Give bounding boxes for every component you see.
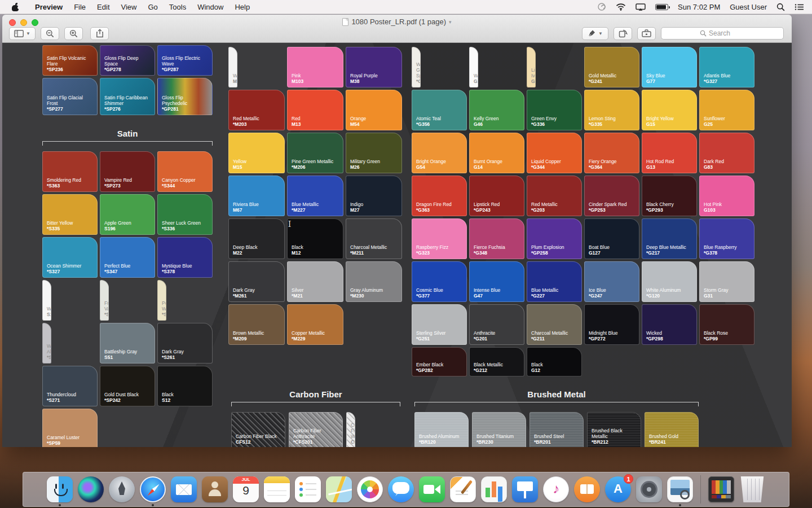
swatch-code: *G356 (416, 121, 462, 127)
swatch-name: Gold Metallic (589, 73, 635, 78)
dock-item-calendar[interactable]: JUL9 (232, 476, 259, 503)
swatch-code: *SP236 (47, 67, 93, 72)
dock-item-ibooks[interactable] (573, 476, 601, 503)
swatch-name: Anthracite (474, 330, 520, 336)
airplay-display-icon[interactable] (636, 3, 646, 11)
dock-item-messages[interactable] (387, 476, 414, 503)
color-swatch: Gloss Flip Electric Wave*GP287 (157, 45, 213, 76)
title-chevron-icon[interactable]: ▾ (449, 19, 452, 25)
color-swatch: YellowM15 (228, 133, 285, 173)
swatch-name: Dark Gray (162, 349, 208, 354)
dock-item-preview[interactable] (667, 476, 694, 503)
markup-toolbox-button[interactable] (637, 27, 656, 40)
swatch-code: S196 (104, 226, 151, 231)
search-input[interactable] (709, 29, 745, 37)
swatch-code: M26 (350, 164, 398, 170)
swatch-name: Raspberry Fizz (416, 244, 462, 250)
swatch-name: Black (162, 392, 208, 397)
swatch-code: *BR241 (649, 439, 694, 445)
dock-item-launchpad[interactable] (108, 476, 135, 503)
rotate-button[interactable] (614, 27, 632, 40)
menu-user[interactable]: Guest User (730, 3, 767, 11)
swatch-name: Royal Purple (350, 73, 398, 78)
dock-item-facetime[interactable] (418, 476, 445, 503)
swatch-name: Black (531, 362, 577, 367)
launchpad-icon (109, 476, 135, 502)
swatch-code: *S378 (162, 269, 208, 274)
color-swatch: Lemon Sting*G335 (584, 90, 639, 130)
zoom-out-button[interactable] (41, 27, 59, 40)
color-swatch: Sky BlueG77 (642, 47, 697, 87)
menu-tools[interactable]: Tools (164, 0, 192, 14)
menu-go[interactable]: Go (142, 0, 163, 14)
chevron-down-icon[interactable]: ▼ (598, 31, 603, 36)
spotlight-icon[interactable] (776, 3, 785, 11)
dock-item-contacts[interactable] (201, 476, 228, 503)
swatch-name: Charcoal Metallic (350, 244, 398, 250)
swatch-name: Satin Flip Volcanic Flare (47, 55, 93, 67)
menu-view[interactable]: View (116, 0, 143, 14)
battery-icon[interactable] (655, 4, 668, 10)
pages-icon (450, 476, 476, 502)
swatch-code: S12 (162, 397, 208, 403)
menu-edit[interactable]: Edit (91, 0, 115, 14)
markup-pen-button[interactable]: ▼ (582, 27, 608, 40)
color-swatch: Silver*M21 (287, 261, 343, 302)
color-swatch: Bitter Yellow*S335 (42, 194, 98, 235)
document-proxy-icon[interactable] (342, 18, 348, 26)
dock-item-numbers[interactable] (480, 476, 508, 503)
dock-item-trash[interactable] (739, 476, 766, 503)
dock-item-reminders[interactable] (294, 476, 321, 503)
dock-item-notes[interactable] (263, 476, 290, 503)
share-button[interactable] (90, 27, 109, 40)
dock-item-appstore[interactable]: 1 (604, 476, 632, 503)
swatch-code: *SP59 (47, 440, 93, 446)
running-indicator (679, 504, 681, 506)
swatch-code: G47 (474, 293, 520, 299)
dock-item-pdfdoc[interactable] (708, 476, 735, 503)
apple-menu-icon[interactable] (11, 3, 19, 11)
swatch-code: *GP272 (589, 336, 635, 341)
dock-item-photos[interactable] (356, 476, 383, 503)
swatch-name: Orange (350, 116, 398, 121)
swatch-code: *G364 (589, 164, 635, 170)
swatch-code: G14 (474, 164, 520, 170)
dock-item-keynote[interactable] (511, 476, 539, 503)
swatch-name: Blue Metallic (292, 202, 339, 207)
zoom-in-button[interactable] (64, 27, 83, 40)
dock-item-safari[interactable] (139, 476, 166, 503)
menu-file[interactable]: File (68, 0, 91, 14)
wifi-icon[interactable] (616, 3, 626, 11)
swatch-code: *G212 (474, 367, 520, 373)
menu-help[interactable]: Help (229, 0, 255, 14)
dock-item-sysprefs[interactable] (636, 476, 663, 503)
swatch-code: *M209 (233, 336, 280, 341)
color-swatch: Canyon Copper*S344 (157, 151, 213, 192)
swatch-name: Fierce Fuchsia (474, 244, 520, 250)
color-swatch: Liquid Copper*G344 (527, 133, 582, 173)
dock-item-mail[interactable] (170, 476, 197, 503)
dock-item-itunes[interactable] (542, 476, 570, 503)
swatch-code: *GP99 (704, 336, 750, 341)
dock-item-siri[interactable] (77, 476, 104, 503)
swatch-name: Yellow (233, 159, 280, 164)
sysprefs-icon (636, 476, 662, 502)
color-swatch: WhiteG10 (469, 47, 478, 87)
swatch-code: G54 (416, 164, 462, 170)
menu-preview[interactable]: Preview (29, 0, 68, 14)
dock-item-maps[interactable] (325, 476, 352, 503)
notes-icon (264, 476, 290, 502)
swatch-code: *GP258 (531, 250, 577, 256)
sidebar-view-button[interactable]: ▼ (9, 27, 36, 40)
dock-item-finder[interactable] (46, 476, 73, 503)
menu-window[interactable]: Window (192, 0, 229, 14)
swatch-code: *CFS201 (293, 439, 338, 445)
notification-center-icon[interactable] (795, 3, 804, 11)
dock-item-pages[interactable] (449, 476, 476, 503)
time-machine-icon[interactable] (597, 2, 606, 11)
search-field[interactable] (661, 27, 784, 40)
menu-clock[interactable]: Sun 7:02 PM (678, 3, 720, 11)
color-swatch: Green Envy*G336 (527, 90, 582, 130)
swatch-name: Copper Metallic (292, 330, 339, 336)
swatch-name: Sterling Silver (416, 330, 462, 336)
